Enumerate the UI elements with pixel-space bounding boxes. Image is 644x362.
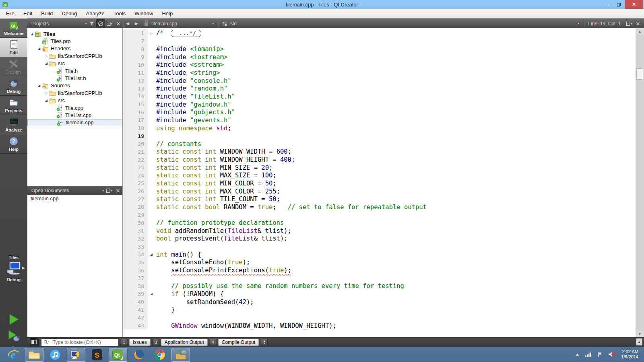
tree-item-tile-h[interactable]: hTile.h bbox=[27, 67, 122, 74]
code-line-30[interactable]: 30// function prototype declarations bbox=[123, 219, 636, 227]
code-line-21[interactable]: 21static const int WINDOW_WIDTH = 600; bbox=[123, 148, 636, 156]
code-line-17[interactable]: 17#include "gevents.h" bbox=[123, 116, 636, 124]
menu-item-file[interactable]: File bbox=[2, 9, 19, 19]
code-line-7[interactable]: 7 bbox=[123, 37, 636, 45]
tree-expander-icon[interactable]: ▷ bbox=[43, 91, 49, 95]
tree-item-lib-stanfordcpplib[interactable]: ▷lib/StanfordCPPLib bbox=[27, 52, 122, 60]
editor-scrollbar[interactable]: ▲ ▼ bbox=[636, 28, 644, 337]
code-line-1[interactable]: 1▷/* ...*/ bbox=[123, 29, 636, 37]
code-line-20[interactable]: 20// constants bbox=[123, 140, 636, 148]
output-pane-number-3[interactable]: 3 bbox=[153, 339, 159, 346]
code-line-26[interactable]: 26static const int MAX_COLOR = 255; bbox=[123, 187, 636, 195]
output-pane-number-1[interactable]: 1 bbox=[121, 339, 127, 346]
code-line-34[interactable]: 34◢int main() { bbox=[123, 251, 636, 259]
code-line-19[interactable]: 19 bbox=[123, 132, 636, 140]
taskbar-file-sync[interactable] bbox=[171, 348, 190, 362]
run-button[interactable] bbox=[7, 313, 21, 326]
tree-item-tiles[interactable]: ◢QtTiles bbox=[27, 30, 122, 37]
mode-item-analyze[interactable]: Analyze bbox=[0, 115, 27, 134]
menu-item-analyze[interactable]: Analyze bbox=[82, 9, 109, 19]
code-line-11[interactable]: 11#include <string> bbox=[123, 69, 636, 77]
symbol-selector[interactable]: std bbox=[230, 21, 237, 27]
tree-item-tilelist-h[interactable]: hTileList.h bbox=[27, 74, 122, 82]
tree-expander-icon[interactable]: ◢ bbox=[29, 32, 35, 36]
code-line-23[interactable]: 23static const int MIN_SIZE = 20; bbox=[123, 164, 636, 172]
tree-item-headers[interactable]: ◢hHeaders bbox=[27, 45, 122, 52]
code-line-9[interactable]: 9#include <iostream> bbox=[123, 53, 636, 61]
split-editor-button[interactable] bbox=[625, 19, 634, 28]
code-line-10[interactable]: 10#include <sstream> bbox=[123, 61, 636, 69]
kit-popup-arrow-icon[interactable]: ▶ bbox=[22, 266, 25, 270]
output-pane-number-4[interactable]: 4 bbox=[210, 339, 216, 346]
code-line-24[interactable]: 24static const int MAX_SIZE = 100; bbox=[123, 172, 636, 180]
tree-expander-icon[interactable]: ▷ bbox=[43, 54, 49, 58]
expand-output-pane-button[interactable]: ▲ bbox=[636, 338, 642, 346]
close-open-documents-button[interactable] bbox=[114, 186, 122, 195]
tree-item-src[interactable]: ◢src bbox=[27, 60, 122, 67]
code-line-41[interactable]: 41 } bbox=[123, 306, 636, 314]
code-line-33[interactable]: 33 bbox=[123, 243, 636, 251]
split-panel-button[interactable] bbox=[105, 19, 114, 28]
close-editor-button[interactable] bbox=[634, 19, 642, 28]
mode-item-debug[interactable]: Debug bbox=[0, 76, 27, 96]
scrollbar-up-icon[interactable]: ▲ bbox=[636, 28, 644, 35]
code-line-25[interactable]: 25static const int MIN_COLOR = 50; bbox=[123, 179, 636, 187]
open-file-selector[interactable]: tilemain.cpp bbox=[151, 21, 212, 27]
open-documents-chevron-icon[interactable]: ▼ bbox=[102, 189, 105, 192]
action-center-flag-icon[interactable] bbox=[597, 352, 603, 358]
tree-expander-icon[interactable]: ◢ bbox=[43, 99, 49, 102]
scrollbar-thumb[interactable] bbox=[636, 68, 643, 80]
code-line-31[interactable]: 31void addRandomTile(TileList& tlist); bbox=[123, 227, 636, 235]
panel-selector[interactable]: Projects bbox=[31, 21, 49, 27]
open-document-row[interactable]: tilemain.cpp bbox=[27, 195, 122, 202]
code-line-39[interactable]: 39◢ if (!RANDOM) { bbox=[123, 290, 636, 298]
close-panel-button[interactable] bbox=[114, 19, 123, 28]
clock[interactable]: 2:02 AM 1/6/2014 bbox=[621, 349, 638, 360]
taskbar-internet-explorer[interactable]: e bbox=[4, 348, 23, 362]
output-pane-application-output[interactable]: Application Output bbox=[161, 339, 208, 346]
code-editor[interactable]: 1▷/* ...*/78#include <iomanip>9#include … bbox=[123, 28, 644, 337]
output-pane-issues[interactable]: Issues bbox=[129, 339, 151, 346]
fold-marker-icon[interactable]: ◢ bbox=[148, 292, 155, 296]
run-debug-button[interactable] bbox=[7, 329, 21, 343]
menu-item-edit[interactable]: Edit bbox=[19, 9, 37, 19]
code-line-14[interactable]: 14#include "TileList.h" bbox=[123, 93, 636, 101]
code-line-13[interactable]: 13#include "random.h" bbox=[123, 84, 636, 93]
tree-item-tilemain-cpp[interactable]: C++tilemain.cpp bbox=[27, 119, 122, 126]
split-open-documents-button[interactable] bbox=[105, 186, 114, 195]
code-line-15[interactable]: 15#include "gwindow.h" bbox=[123, 101, 636, 109]
panel-selector-chevron-icon[interactable]: ▼ bbox=[85, 22, 87, 25]
output-pane-toggle-button[interactable]: ▲▼ bbox=[261, 339, 268, 346]
collapsed-comment-box[interactable]: ...*/ bbox=[171, 30, 201, 37]
menu-item-window[interactable]: Window bbox=[130, 9, 157, 19]
fold-marker-icon[interactable]: ◢ bbox=[148, 253, 155, 256]
tree-item-tile-cpp[interactable]: C++Tile.cpp bbox=[27, 104, 122, 111]
tree-expander-icon[interactable]: ◢ bbox=[43, 62, 49, 65]
code-line-29[interactable]: 29 bbox=[123, 211, 636, 219]
code-line-28[interactable]: 28static const bool RANDOM = true; // se… bbox=[123, 203, 636, 211]
volume-muted-icon[interactable] bbox=[608, 351, 616, 358]
taskbar-qt-creator[interactable]: Qt bbox=[109, 348, 127, 362]
code-line-18[interactable]: 18using namespace std; bbox=[123, 124, 636, 132]
network-signal-icon[interactable] bbox=[585, 352, 592, 357]
code-line-37[interactable]: 37 bbox=[123, 274, 636, 282]
tree-expander-icon[interactable]: ◢ bbox=[36, 47, 42, 50]
simplify-tree-button[interactable] bbox=[96, 19, 105, 28]
mode-item-projects[interactable]: Projects bbox=[0, 96, 27, 115]
scrollbar-down-icon[interactable]: ▼ bbox=[636, 331, 644, 337]
code-line-27[interactable]: 27static const int TILE_COUNT = 50; bbox=[123, 195, 636, 203]
close-button[interactable]: ✕ bbox=[625, 0, 643, 9]
taskbar-itunes[interactable] bbox=[46, 348, 64, 362]
tree-expander-icon[interactable]: ◢ bbox=[36, 84, 42, 87]
code-line-32[interactable]: 32bool processEvent(TileList& tlist); bbox=[123, 235, 636, 243]
nav-back-button[interactable]: ◀ bbox=[123, 19, 132, 28]
editor-menu-chevron-icon[interactable]: ▼ bbox=[577, 22, 580, 25]
taskbar-sublime-text[interactable]: S bbox=[88, 348, 106, 362]
menu-item-help[interactable]: Help bbox=[157, 9, 177, 19]
mode-item-welcome[interactable]: QtWelcome bbox=[0, 19, 27, 38]
taskbar-chrome[interactable] bbox=[151, 348, 169, 362]
code-line-12[interactable]: 12#include "console.h" bbox=[123, 77, 636, 85]
minimize-button[interactable]: – bbox=[601, 0, 613, 9]
code-line-40[interactable]: 40 setRandomSeed(42); bbox=[123, 298, 636, 306]
mode-item-design[interactable]: Design bbox=[0, 57, 27, 76]
